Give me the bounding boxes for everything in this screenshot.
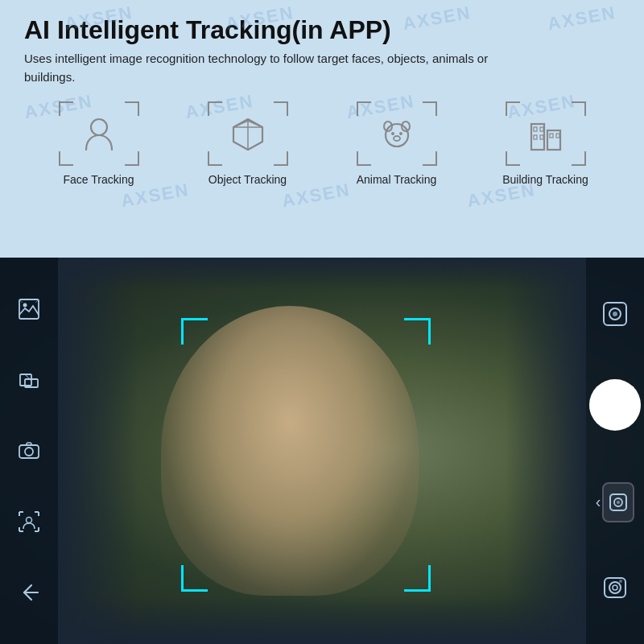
small-cam-bottom-icon[interactable] bbox=[601, 573, 630, 602]
gallery-icon[interactable] bbox=[14, 295, 43, 324]
tracking-box bbox=[181, 318, 431, 592]
svg-rect-43 bbox=[605, 578, 625, 597]
svg-point-35 bbox=[27, 518, 32, 523]
tracking-item-object: Object Tracking bbox=[173, 97, 322, 186]
right-bottom-controls: ‹ bbox=[596, 482, 635, 522]
corner-bracket-animal bbox=[357, 101, 437, 166]
bg-right bbox=[506, 258, 586, 644]
svg-point-42 bbox=[617, 501, 620, 504]
top-section: AXSEN AXSEN AXSEN AXSEN AXSEN AXSEN AXSE… bbox=[0, 0, 644, 258]
small-camera-button[interactable] bbox=[602, 482, 634, 522]
building-tracking-label: Building Tracking bbox=[502, 173, 588, 186]
svg-point-44 bbox=[609, 582, 621, 593]
object-tracking-icon-box bbox=[204, 97, 292, 170]
chevron-left-icon[interactable]: ‹ bbox=[596, 493, 601, 511]
svg-point-26 bbox=[25, 448, 33, 456]
tracking-item-face: Face Tracking bbox=[24, 97, 173, 186]
corner-bracket-face bbox=[59, 101, 139, 166]
face-detect-icon[interactable] bbox=[14, 507, 43, 536]
face-tracking-icon-box bbox=[55, 97, 143, 170]
building-tracking-icon-box bbox=[502, 97, 590, 170]
back-icon[interactable] bbox=[14, 578, 43, 607]
bg-top bbox=[58, 258, 586, 290]
camera-mode-icon[interactable] bbox=[14, 436, 43, 465]
corner-bracket-building bbox=[506, 101, 586, 166]
page-title: AI Intelligent Tracking(in APP) bbox=[24, 14, 620, 45]
camera-view: ‹ bbox=[0, 258, 644, 644]
svg-point-45 bbox=[613, 585, 617, 590]
page-subtitle: Uses intelligent image recognition techn… bbox=[24, 50, 507, 86]
svg-point-46 bbox=[619, 580, 622, 583]
tracking-mode-icon[interactable] bbox=[601, 299, 630, 328]
object-tracking-label: Object Tracking bbox=[208, 173, 287, 186]
corner-bracket-object bbox=[208, 101, 288, 166]
focus-icon[interactable] bbox=[14, 365, 43, 394]
animal-tracking-icon-box bbox=[353, 97, 441, 170]
shutter-button[interactable] bbox=[589, 379, 641, 431]
tracking-item-animal: Animal Tracking bbox=[322, 97, 471, 186]
svg-point-19 bbox=[23, 303, 27, 308]
animal-tracking-label: Animal Tracking bbox=[357, 173, 437, 186]
left-sidebar bbox=[0, 258, 58, 644]
bg-left bbox=[58, 258, 138, 644]
tracking-icons-row: Face Tracking Object Tracking bbox=[24, 97, 620, 186]
face-tracking-label: Face Tracking bbox=[64, 173, 134, 186]
right-sidebar: ‹ bbox=[586, 258, 644, 644]
svg-rect-22 bbox=[20, 374, 31, 386]
svg-point-39 bbox=[613, 312, 617, 316]
bg-bottom bbox=[58, 596, 586, 644]
tracking-item-building: Building Tracking bbox=[471, 97, 620, 186]
